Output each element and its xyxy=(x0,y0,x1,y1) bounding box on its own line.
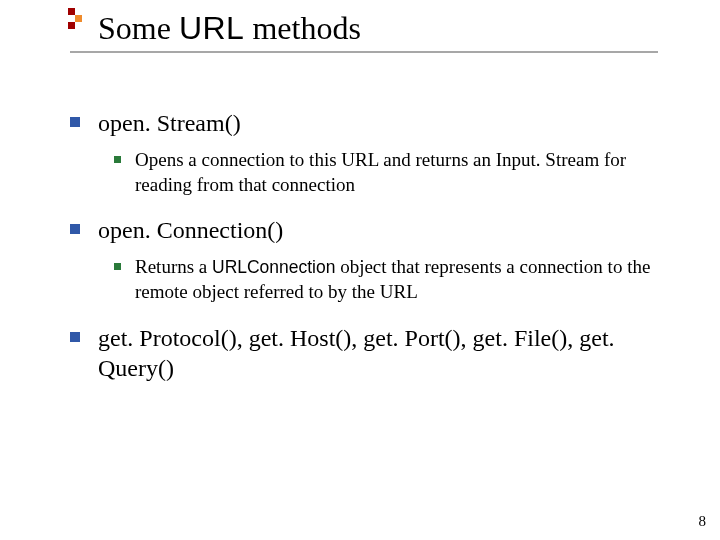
square-bullet-icon xyxy=(70,224,80,234)
slide-body: open. Stream() Opens a connection to thi… xyxy=(70,90,670,383)
list-subitem: Opens a connection to this URL and retur… xyxy=(114,148,670,197)
title-text-post: methods xyxy=(244,10,360,46)
slide-title: Some URL methods xyxy=(70,10,658,53)
square-bullet-icon xyxy=(70,332,80,342)
title-text-mono: URL xyxy=(179,10,245,46)
title-ornament-icon xyxy=(68,8,82,56)
slide-title-block: Some URL methods xyxy=(70,10,658,53)
list-item-label: open. Connection() xyxy=(98,215,283,245)
square-bullet-icon xyxy=(114,156,121,163)
square-bullet-icon xyxy=(114,263,121,270)
page-number: 8 xyxy=(699,513,707,530)
title-text-pre: Some xyxy=(98,10,179,46)
square-bullet-icon xyxy=(70,117,80,127)
list-item-label: open. Stream() xyxy=(98,108,241,138)
list-item: open. Connection() xyxy=(70,215,670,245)
list-item: get. Protocol(), get. Host(), get. Port(… xyxy=(70,323,670,383)
list-item: open. Stream() xyxy=(70,108,670,138)
list-item-label: get. Protocol(), get. Host(), get. Port(… xyxy=(98,323,670,383)
list-subitem: Returns a URLConnection object that repr… xyxy=(114,255,670,304)
list-subitem-text: Opens a connection to this URL and retur… xyxy=(135,148,670,197)
list-subitem-text: Returns a URLConnection object that repr… xyxy=(135,255,670,304)
subitem-mono: URLConnection xyxy=(212,257,335,277)
subitem-pre: Returns a xyxy=(135,256,212,277)
